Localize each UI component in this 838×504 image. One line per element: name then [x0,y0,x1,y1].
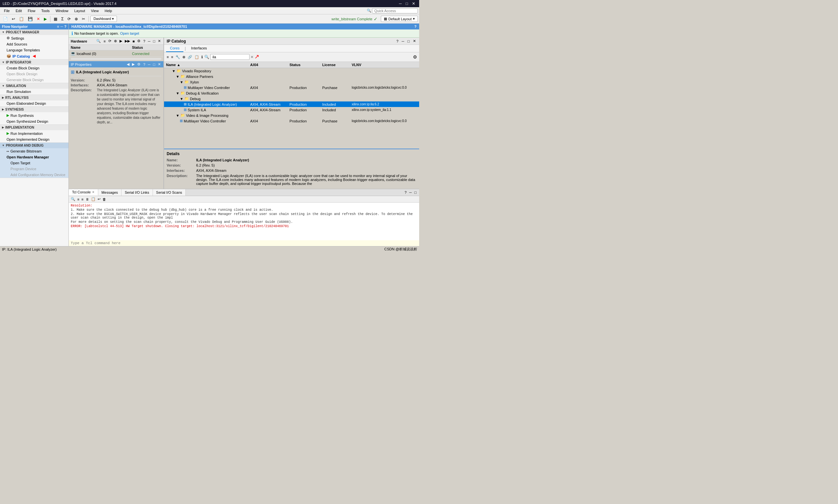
hw-refresh-icon[interactable]: ⟳ [108,39,112,43]
ip-cat-close-icon[interactable]: ✕ [412,39,417,43]
maximize-button[interactable]: □ [404,1,409,6]
section-header-rtl[interactable]: ▶ RTL ANALYSIS [0,95,68,101]
section-header-project-manager[interactable]: ▼ PROJECT MANAGER [0,30,68,35]
tcl-maximize-icon[interactable]: □ [414,190,417,195]
ip-props-forward-icon[interactable]: ▶ [131,62,135,67]
ip-tb-collapse-icon[interactable]: ≡ [166,55,169,59]
ip-cat-question-icon[interactable]: ? [396,39,399,43]
ip-props-close-icon[interactable]: ✕ [157,62,161,67]
tab-messages[interactable]: Messages [98,189,122,196]
ip-tb-expand-icon[interactable]: ≡ [170,55,174,59]
ip-props-back-icon[interactable]: ◀ [126,62,130,67]
hw-stop-icon[interactable]: ■ [132,39,136,43]
ip-tb-connect-icon[interactable]: ⊕ [182,55,186,59]
ip-row-xylon[interactable]: ▼ 📁 Xylon [164,79,419,85]
tab-serial-io-scans[interactable]: Serial I/O Scans [153,189,186,196]
nav-item-open-elaborated[interactable]: Open Elaborated Design [0,101,68,106]
sigma-button[interactable]: Σ [59,16,65,22]
ip-catalog-search-input[interactable] [210,54,249,60]
menu-layout[interactable]: Layout [72,8,88,14]
ip-props-minimize-icon[interactable]: ─ [147,62,151,67]
tcl-minimize-icon[interactable]: ─ [409,190,413,195]
ip-row-video-image[interactable]: ▼ 📁 Video & Image Processing [164,112,419,118]
ip-row-alliance[interactable]: ▼ 📁 Alliance Partners [164,74,419,79]
ip-row-system-ila[interactable]: ⊞ System ILA AXI4, AXI4-Stream Productio… [164,107,419,112]
copy-button[interactable]: 📋 [17,16,25,22]
hw-row-localhost[interactable]: 💻 localhost (0) Connected [69,50,163,57]
hw-maximize-icon[interactable]: □ [152,39,156,43]
nav-item-run-simulation[interactable]: Run Simulation [0,89,68,94]
tab-serial-io-links[interactable]: Serial I/O Links [122,189,153,196]
section-header-ip-integrator[interactable]: ▼ IP INTEGRATOR [0,59,68,65]
target-button[interactable]: ⊕ [73,16,80,22]
hw-minimize-icon[interactable]: ─ [147,39,151,43]
nav-item-language-templates[interactable]: Language Templates [0,47,68,53]
menu-window[interactable]: Window [53,8,71,14]
tcl-search-icon[interactable]: 🔍 [70,197,76,202]
default-layout-button[interactable]: ▦ Default Layout ▾ [381,16,418,22]
nav-item-generate-bitstream[interactable]: ▪▪ Generate Bitstream [0,148,68,154]
nav-item-program-device[interactable]: Program Device [0,166,68,172]
tcl-copy-icon[interactable]: 📋 [90,197,96,202]
menu-flow[interactable]: Flow [25,8,38,14]
dashboard-button[interactable]: Dashboard ▾ [90,16,117,22]
section-header-synthesis[interactable]: ▶ SYNTHESIS [0,107,68,112]
ip-tb-link-icon[interactable]: 🔗 [187,55,193,59]
menu-view[interactable]: View [88,8,102,14]
undo-button[interactable]: ↩ [10,16,17,22]
section-header-impl[interactable]: ▶ IMPLEMENTATION [0,125,68,130]
hw-play-icon[interactable]: ▶ [119,39,123,43]
close-button[interactable]: ✕ [411,1,417,6]
open-target-link[interactable]: Open target [120,32,139,35]
search-clear-icon[interactable]: ✕ [250,55,254,59]
nav-item-open-synthesized[interactable]: Open Synthesized Design [0,119,68,124]
reload-button[interactable]: ⟳ [66,16,72,22]
board-button[interactable]: ▦ [52,16,59,22]
tcl-question-icon[interactable]: ? [404,190,407,195]
minimize-button[interactable]: ─ [398,1,403,6]
hw-close-icon[interactable]: ✕ [157,39,161,43]
menu-file[interactable]: File [1,8,13,14]
nav-item-open-hw-manager[interactable]: Open Hardware Manager [0,154,68,160]
ip-tb-copy-icon[interactable]: 📋 [194,55,200,59]
ip-tb-filter-icon[interactable]: 🔧 [175,55,181,59]
flow-nav-sort-icon[interactable]: ≡ [57,24,59,29]
hw-connect-icon[interactable]: ⊕ [113,39,118,43]
ip-row-ila[interactable]: ⊞ ILA (Integrated Logic Analyzer) AXI4, … [164,102,419,107]
nav-item-create-block-design[interactable]: Create Block Design [0,65,68,71]
ip-cat-minimize-icon[interactable]: ─ [401,39,405,43]
ip-tb-info-icon[interactable]: ℹ [201,55,203,59]
nav-item-ip-catalog[interactable]: 📦 IP Catalog ◀ [0,53,68,59]
nav-item-run-synthesis[interactable]: ▶ Run Synthesis [0,112,68,119]
nav-item-open-block-design[interactable]: Open Block Design [0,71,68,77]
ip-row-mvc1[interactable]: ⊞ Multilayer Video Controller AXI4 Produ… [164,85,419,90]
nav-item-add-sources[interactable]: Add Sources [0,41,68,47]
tcl-wrap-icon[interactable]: ↩ [97,197,101,202]
tcl-collapse-icon[interactable]: ≡ [76,197,80,202]
tcl-input-field[interactable] [69,240,419,246]
section-header-simulation[interactable]: ▼ SIMULATION [0,83,68,89]
tools-button[interactable]: ✂ [80,16,87,22]
ip-row-debug[interactable]: ▼ 📁 Debug [164,96,419,102]
save-button[interactable]: 💾 [26,16,34,22]
run-button[interactable]: ▶ [42,16,49,22]
menu-tools[interactable]: Tools [39,8,52,14]
menu-edit[interactable]: Edit [13,8,24,14]
tab-interfaces[interactable]: Interfaces [187,45,211,52]
flow-nav-minus-icon[interactable]: ─ [60,24,63,29]
tab-tcl-console[interactable]: Tcl Console ✕ [69,189,98,196]
ip-row-debug-verify[interactable]: ▼ 📁 Debug & Verification [164,90,419,96]
ip-props-gear-icon[interactable]: ⚙ [137,62,141,67]
tcl-tab-close-icon[interactable]: ✕ [92,191,94,194]
hw-search-icon[interactable]: 🔍 [95,39,102,43]
flow-nav-question-icon[interactable]: ? [64,24,67,29]
tab-cores[interactable]: Cores [166,45,184,52]
ip-props-question-icon[interactable]: ? [142,62,146,67]
ip-row-vivado-repo[interactable]: ▼ 📁 Vivado Repository [164,68,419,74]
section-header-prog-debug[interactable]: ▼ PROGRAM AND DEBUG [0,143,68,148]
tcl-pause-icon[interactable]: ⏸ [85,197,90,202]
new-file-button[interactable]: 📄 [1,16,10,22]
quick-access-input[interactable] [372,8,418,14]
hw-gear-icon[interactable]: ⚙ [137,39,141,43]
nav-item-run-implementation[interactable]: ▶ Run Implementation [0,130,68,137]
